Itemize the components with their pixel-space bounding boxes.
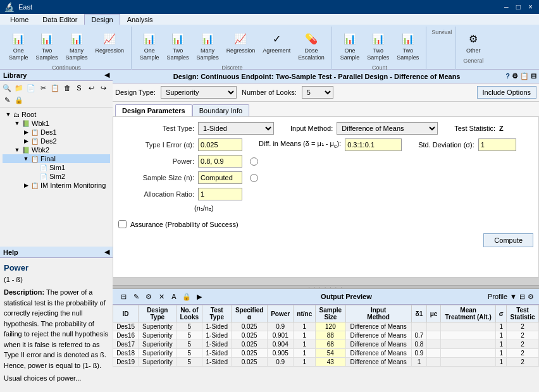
design-icon3[interactable]: ⊟ bbox=[531, 72, 536, 80]
tree-wbk2[interactable]: ▼ 📗 Wbk2 bbox=[3, 145, 110, 154]
col-header-d1: δ1 bbox=[411, 305, 426, 322]
profile-dropdown-icon[interactable]: ▼ bbox=[510, 293, 517, 300]
design-help-icon[interactable]: ? bbox=[505, 72, 510, 80]
cell-design: Superiority bbox=[139, 349, 177, 358]
tab-analysis[interactable]: Analysis bbox=[120, 14, 160, 25]
power-input[interactable] bbox=[198, 155, 242, 168]
agreement-button[interactable]: ✓ Agreement bbox=[259, 28, 294, 63]
diff-means-label: Diff. in Means (δ = μ₁ - μc): bbox=[259, 140, 341, 149]
power-radio[interactable] bbox=[250, 157, 258, 166]
output-header: ⊟ ✎ ⚙ ✕ A 🔒 ▶ Output Preview Profile ▼ ⊟… bbox=[113, 289, 539, 305]
lib-copy-btn[interactable]: 📋 bbox=[49, 82, 61, 94]
tab-boundary-info[interactable]: Boundary Info bbox=[192, 104, 250, 116]
tab-data-editor[interactable]: Data Editor bbox=[35, 14, 84, 25]
final-expand[interactable]: ▼ bbox=[23, 156, 29, 162]
count-two-samples-button[interactable]: 📊 TwoSamples bbox=[364, 28, 392, 63]
out-tool1[interactable]: ⊟ bbox=[118, 291, 129, 302]
wbk2-expand[interactable]: ▼ bbox=[14, 147, 20, 153]
tab-home[interactable]: Home bbox=[3, 14, 35, 25]
lib-cut-btn[interactable]: ✂ bbox=[37, 82, 49, 94]
out-tool2[interactable]: ✎ bbox=[130, 291, 142, 302]
sample-size-radio[interactable] bbox=[250, 174, 258, 182]
tree-des1[interactable]: ▶ 📋 Des1 bbox=[3, 128, 110, 137]
im-expand[interactable]: ▶ bbox=[23, 182, 29, 188]
filter-icon[interactable]: ⊟ bbox=[519, 293, 525, 301]
minimize-button[interactable]: – bbox=[502, 3, 511, 11]
help-expand-icon[interactable]: ◀ bbox=[104, 248, 109, 256]
lib-new-btn[interactable]: 📄 bbox=[25, 82, 37, 94]
discrete-many-samples-button[interactable]: 📊 ManySamples bbox=[194, 28, 222, 63]
input-method-select[interactable]: Difference of Means Means bbox=[337, 122, 438, 135]
tree-des2[interactable]: ▶ 📋 Des2 bbox=[3, 137, 110, 145]
design-right: Design: Continuous Endpoint: Two-Sample … bbox=[113, 70, 539, 392]
tree-final[interactable]: ▼ 📋 Final bbox=[3, 154, 110, 163]
regression-button[interactable]: 📈 Regression bbox=[92, 28, 128, 63]
allocation-ratio-input[interactable] bbox=[198, 188, 242, 200]
col-header-looks: No. ofLooks bbox=[177, 305, 202, 322]
design-icon1[interactable]: ⚙ bbox=[512, 72, 518, 80]
lib-delete-btn[interactable]: 🗑 bbox=[61, 82, 73, 94]
root-expand[interactable]: ▼ bbox=[5, 111, 11, 118]
cell-test: 1-Sided bbox=[202, 322, 232, 331]
std-dev-input[interactable] bbox=[478, 138, 516, 151]
out-tool6[interactable]: 🔒 bbox=[181, 291, 192, 302]
out-tool5[interactable]: A bbox=[168, 291, 180, 302]
row-allocation: Allocation Ratio: bbox=[118, 188, 533, 200]
one-sample-button[interactable]: 📊 OneSample bbox=[6, 28, 32, 63]
tree-sim1[interactable]: 📄 Sim1 bbox=[3, 163, 110, 172]
help-panel: Help ◀ Power (1 - ß) Description: The po… bbox=[0, 247, 113, 392]
root-icon: 🗂 bbox=[13, 111, 20, 118]
wbk1-icon: 📗 bbox=[22, 120, 30, 127]
num-looks-select[interactable]: 5 bbox=[302, 86, 333, 99]
settings-icon[interactable]: ⚙ bbox=[528, 293, 534, 301]
tab-design-params[interactable]: Design Parameters bbox=[115, 104, 192, 116]
diff-means-input[interactable] bbox=[345, 138, 402, 151]
lib-lock-btn[interactable]: 🔒 bbox=[13, 94, 25, 106]
library-expand-icon[interactable]: ◀ bbox=[104, 71, 109, 79]
count-one-sample-button[interactable]: 📊 OneSample bbox=[337, 28, 363, 63]
two-samples-button[interactable]: 📊 TwoSamples bbox=[33, 28, 61, 63]
discrete-regression-button[interactable]: 📈 Regression bbox=[223, 28, 259, 63]
lib-search-btn[interactable]: 🔍 bbox=[1, 82, 13, 94]
other-button[interactable]: ⚙ Other bbox=[461, 28, 485, 56]
library-tree: ▼ 🗂 Root ▼ 📗 Wbk1 ▶ 📋 Des1 ▶ 📋 D bbox=[0, 107, 113, 247]
tab-design[interactable]: Design bbox=[84, 14, 120, 25]
type1-error-input[interactable] bbox=[198, 138, 242, 151]
discrete-one-sample-button[interactable]: 📊 OneSample bbox=[137, 28, 163, 63]
maximize-button[interactable]: □ bbox=[514, 3, 523, 11]
assurance-checkbox[interactable] bbox=[118, 220, 127, 228]
wbk1-expand[interactable]: ▼ bbox=[14, 120, 20, 126]
close-button[interactable]: × bbox=[526, 3, 535, 11]
many-samples-button[interactable]: 📊 ManySamples bbox=[63, 28, 91, 63]
lib-s-btn[interactable]: S bbox=[73, 82, 85, 94]
tree-root[interactable]: ▼ 🗂 Root bbox=[3, 110, 110, 119]
lib-open-btn[interactable]: 📁 bbox=[13, 82, 25, 94]
cell-alpha: 0.025 bbox=[232, 349, 268, 358]
cell-uc bbox=[427, 340, 441, 349]
sample-size-input[interactable] bbox=[198, 171, 242, 184]
tree-im[interactable]: ▶ 📋 IM Interim Monitoring bbox=[3, 181, 110, 190]
des2-expand[interactable]: ▶ bbox=[23, 138, 29, 144]
des1-expand[interactable]: ▶ bbox=[23, 129, 29, 135]
compute-button[interactable]: Compute bbox=[483, 233, 533, 247]
cell-mean bbox=[440, 349, 495, 358]
out-tool3[interactable]: ⚙ bbox=[143, 291, 154, 302]
cell-size: 68 bbox=[316, 340, 345, 349]
out-tool7[interactable]: ▶ bbox=[194, 291, 205, 302]
tree-sim2[interactable]: 📄 Sim2 bbox=[3, 172, 110, 181]
tree-wbk1[interactable]: ▼ 📗 Wbk1 bbox=[3, 119, 110, 128]
lib-redo-btn[interactable]: ↪ bbox=[97, 82, 109, 94]
lib-edit-btn[interactable]: ✎ bbox=[1, 94, 13, 106]
cell-id: Des18 bbox=[113, 349, 139, 358]
out-tool4[interactable]: ✕ bbox=[156, 291, 167, 302]
design-icon2[interactable]: 📋 bbox=[520, 72, 529, 80]
test-type-select[interactable]: 1-Sided 2-Sided bbox=[198, 122, 274, 135]
count-two-samples2-button[interactable]: 📊 TwoSamples bbox=[393, 28, 422, 63]
discrete-two-samples-button[interactable]: 📊 TwoSamples bbox=[164, 28, 192, 63]
cell-mean bbox=[440, 331, 495, 340]
include-options-button[interactable]: Include Options bbox=[477, 86, 536, 99]
design-type-select[interactable]: Superiority Non-Inferiority Equivalence bbox=[161, 86, 237, 99]
dose-escalation-button[interactable]: 💊 DoseEscalation bbox=[295, 28, 328, 63]
cell-uc bbox=[427, 358, 441, 367]
lib-undo-btn[interactable]: ↩ bbox=[85, 82, 97, 94]
